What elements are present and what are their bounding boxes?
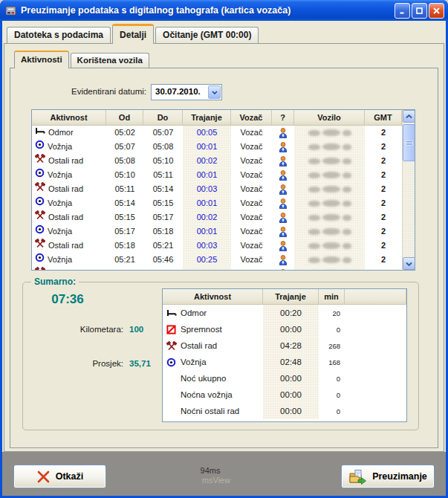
- summary-row: Odmor00:2020: [163, 305, 406, 321]
- activity-label: Vožnja: [48, 168, 72, 182]
- summary-activity-cell: Vožnja: [163, 354, 263, 370]
- summary-activity-cell: Noćni ostali rad: [163, 403, 263, 419]
- activity-cell: Odmor: [32, 126, 106, 140]
- vehicle-plate-blur: [322, 200, 340, 207]
- tab-datoteka-s-podacima[interactable]: Datoteka s podacima: [7, 27, 111, 43]
- activity-label: Vožnja: [48, 140, 72, 154]
- activity-row[interactable]: Vožnja05:1705:1800:01Vozač2: [32, 224, 415, 239]
- summary-activity-label: Ostali rad: [181, 337, 217, 354]
- scroll-up-button[interactable]: [403, 110, 415, 123]
- driver-icon-cell: [272, 224, 294, 239]
- vehicle-cell: [294, 126, 365, 140]
- tab-aktivnosti[interactable]: Aktivnosti: [14, 51, 69, 68]
- summary-min-cell: 168: [319, 354, 345, 370]
- vehicle-plate-blur: [322, 129, 340, 136]
- activity-row[interactable]: [32, 267, 415, 270]
- date-combobox[interactable]: 30.07.2010.: [151, 84, 222, 100]
- sub-tab-strip: Aktivnosti Korištena vozila: [14, 51, 151, 68]
- activity-label: Ostali rad: [48, 182, 83, 196]
- column-header-voza-[interactable]: Vozač: [231, 110, 272, 125]
- summary-min-cell: 0: [319, 370, 345, 387]
- driver-cell: Vozač: [231, 154, 272, 168]
- summary-duration-cell: 00:00: [263, 387, 319, 403]
- summary-column-header-min: min: [319, 289, 345, 304]
- chevron-down-icon: [406, 262, 412, 266]
- activity-row[interactable]: Ostali rad05:0805:1000:02Vozač2: [32, 154, 415, 168]
- vehicle-plate-blur: [308, 243, 320, 249]
- tab-detalji[interactable]: Detalji: [112, 24, 154, 44]
- from-cell: 05:11: [106, 182, 143, 196]
- work-icon: [35, 182, 45, 196]
- detalji-tab-page: Aktivnosti Korištena vozila Evidentirani…: [4, 43, 444, 452]
- combobox-dropdown-button[interactable]: [208, 85, 221, 99]
- column-header-od[interactable]: Od: [106, 110, 143, 125]
- activity-cell: Vožnja: [32, 196, 106, 210]
- activity-row[interactable]: Odmor05:0205:0700:05Vozač2: [32, 126, 415, 140]
- activity-row[interactable]: Ostali rad05:1805:2100:03Vozač2: [32, 239, 415, 253]
- activities-table: AktivnostOdDoTrajanjeVozač?VoziloGMT Odm…: [31, 109, 415, 271]
- minimize-button[interactable]: [395, 3, 410, 19]
- vehicle-plate-blur: [308, 257, 320, 263]
- summary-min-cell: 20: [319, 305, 345, 321]
- to-cell: 05:15: [143, 196, 183, 210]
- date-combobox-value: 30.07.2010.: [152, 85, 207, 100]
- rest-icon: [35, 126, 45, 140]
- column-header-trajanje[interactable]: Trajanje: [183, 110, 231, 125]
- vertical-scrollbar[interactable]: [402, 110, 415, 270]
- vehicle-plate-blur: [322, 172, 340, 178]
- gmt-cell: 2: [365, 253, 402, 267]
- title-bar: Preuzimanje podataka s digitalnog tahogr…: [0, 0, 448, 21]
- dialog-body: Datoteka s podacima Detalji Očitanje (GM…: [2, 21, 446, 496]
- date-filter-label: Evidentirani datumi:: [10, 87, 146, 96]
- summary-groupbox: Sumarno: 07:36 Kilometara:100 Prosjek:35…: [22, 282, 419, 430]
- cancel-button-label: Otkaži: [56, 471, 84, 482]
- column-header--[interactable]: ?: [272, 110, 294, 125]
- from-cell: 05:14: [106, 196, 143, 210]
- driver-icon: [279, 198, 288, 209]
- column-header-gmt[interactable]: GMT: [365, 110, 402, 125]
- vehicle-plate-blur: [308, 201, 320, 207]
- column-header-aktivnost[interactable]: Aktivnost: [32, 110, 106, 125]
- driver-icon: [279, 227, 288, 237]
- gmt-cell: 2: [365, 126, 402, 140]
- from-cell: 05:08: [106, 154, 143, 168]
- cancel-button[interactable]: Otkaži: [13, 465, 106, 488]
- activity-row[interactable]: Vožnja05:1405:1500:01Vozač2: [32, 196, 415, 210]
- driver-icon-cell: [272, 210, 294, 224]
- activity-row[interactable]: Vožnja05:0705:0800:01Vozač2: [32, 140, 415, 154]
- summary-activity-label: Vožnja: [181, 354, 207, 370]
- activity-cell: [32, 267, 106, 270]
- vehicle-cell: [294, 182, 365, 196]
- column-header-do[interactable]: Do: [143, 110, 183, 125]
- tab-koristena-vozila[interactable]: Korištena vozila: [71, 53, 149, 68]
- summary-table: AktivnostTrajanjemin Odmor00:2020Spremno…: [162, 288, 407, 422]
- vehicle-cell: [294, 140, 365, 154]
- vehicle-plate-blur: [343, 229, 351, 235]
- driver-icon: [279, 156, 288, 166]
- activity-row[interactable]: Ostali rad05:1505:1700:02Vozač2: [32, 210, 415, 224]
- close-button[interactable]: [429, 3, 444, 19]
- gmt-cell: [365, 267, 402, 270]
- vehicle-plate-blur: [322, 158, 340, 164]
- activity-cell: Ostali rad: [32, 182, 106, 196]
- scroll-down-button[interactable]: [403, 257, 415, 270]
- activity-cell: Vožnja: [32, 140, 106, 154]
- download-button[interactable]: Preuzimanje: [341, 465, 435, 488]
- vehicle-plate-blur: [308, 130, 320, 136]
- activity-label: Vožnja: [48, 253, 72, 267]
- activity-row[interactable]: Ostali rad05:1105:1400:03Vozač2: [32, 182, 415, 196]
- maximize-button[interactable]: [412, 3, 427, 19]
- tab-ocitanje[interactable]: Očitanje (GMT 00:00): [155, 27, 259, 43]
- driver-icon: [279, 142, 288, 152]
- column-header-vozilo[interactable]: Vozilo: [294, 110, 365, 125]
- duration-cell: 00:01: [183, 168, 231, 182]
- status-text: 94ms msView: [151, 466, 270, 485]
- activity-row[interactable]: Vožnja05:2105:4600:25Vozač2: [32, 253, 415, 267]
- activity-row[interactable]: Vožnja05:1005:1100:01Vozač2: [32, 168, 415, 182]
- chevron-up-icon: [406, 114, 412, 119]
- scrollbar-thumb[interactable]: [403, 124, 415, 161]
- duration-cell: 00:02: [183, 154, 231, 168]
- driver-icon: [279, 184, 288, 195]
- driver-cell: Vozač: [231, 210, 272, 224]
- to-cell: 05:07: [143, 126, 183, 140]
